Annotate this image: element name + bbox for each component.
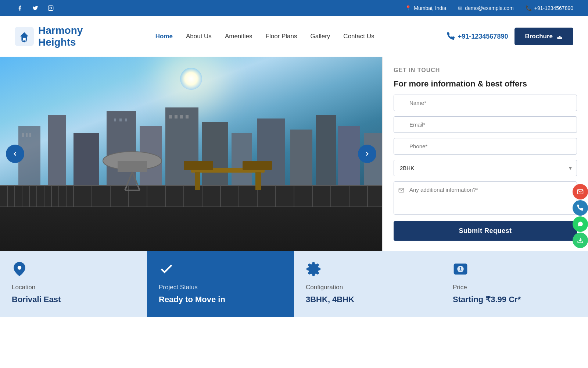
instagram-icon[interactable] [46,3,56,13]
svg-rect-65 [184,161,213,170]
info-card-price: 1 Price Starting ₹3.99 Cr* [441,251,588,317]
bbq-grill [96,150,169,194]
nav-amenities[interactable]: Amenities [225,33,252,40]
name-input-wrap [394,95,577,111]
location-text: Mumbai, India [414,5,446,11]
svg-rect-14 [125,118,127,121]
brochure-label: Brochure [525,33,553,40]
fab-container [573,184,588,248]
info-cards: Location Borivali East Project Status Re… [0,251,588,317]
contact-form-panel: GET IN TOUCH For more information & best… [382,57,588,251]
price-card-icon: 1 [453,261,576,280]
svg-rect-0 [48,6,53,10]
svg-rect-58 [118,161,147,172]
phone-input[interactable] [394,138,577,155]
phone-icon: 📞 [526,5,532,11]
config-select[interactable]: 1BHK 2BHK 3BHK 4BHK [394,160,577,176]
email-input-wrap [394,116,577,133]
phone-input-wrap [394,138,577,155]
phone-info: 📞 +91-1234567890 [526,5,573,11]
header: HarmonyHeights Home About Us Amenities F… [0,16,588,57]
nav-contact[interactable]: Contact Us [343,33,374,40]
svg-line-60 [132,172,140,190]
logo[interactable]: HarmonyHeights [15,25,83,48]
nav-home[interactable]: Home [155,33,173,40]
submit-button[interactable]: Submit Request [394,221,577,241]
hero-image [0,57,382,251]
svg-rect-12 [114,118,116,121]
contact-section-label: GET IN TOUCH [394,67,577,74]
svg-rect-20 [186,115,189,118]
config-card-value: 3BHK, 4BHK [306,295,429,304]
config-select-wrap: 1BHK 2BHK 3BHK 4BHK [394,160,577,176]
svg-rect-19 [180,115,183,118]
nav-about[interactable]: About Us [186,33,212,40]
svg-rect-63 [195,172,200,190]
price-card-value: Starting ₹3.99 Cr* [453,295,576,304]
header-right: +91-1234567890 Brochure [447,28,573,45]
location-pin-icon: 📍 [405,5,411,11]
name-input[interactable] [394,95,577,111]
fab-download-button[interactable] [573,233,588,248]
email-input[interactable] [394,116,577,133]
message-icon [398,187,404,194]
message-textarea[interactable] [394,181,577,215]
fab-whatsapp-button[interactable] [573,216,588,232]
facebook-icon[interactable] [15,3,25,13]
brochure-button[interactable]: Brochure [514,28,573,45]
fab-phone-button[interactable] [573,200,588,216]
info-card-status: Project Status Ready to Move in [147,251,294,317]
hero-prev-button[interactable] [6,145,24,163]
phone-text: +91-1234567890 [534,5,573,11]
header-phone-number: +91-1234567890 [458,33,508,40]
status-card-icon [159,261,282,280]
location-card-value: Borivali East [12,295,135,304]
nav-gallery[interactable]: Gallery [311,33,330,40]
location-card-label: Location [12,284,135,291]
location-info: 📍 Mumbai, India [405,5,446,11]
logo-text: HarmonyHeights [38,25,83,48]
svg-rect-66 [243,161,272,170]
twitter-icon[interactable] [30,3,40,13]
nav-floor-plans[interactable]: Floor Plans [266,33,297,40]
message-textarea-wrap [394,181,577,216]
svg-text:1: 1 [459,266,462,272]
svg-rect-18 [175,115,178,118]
status-card-value: Ready to Move in [159,295,282,304]
status-card-label: Project Status [159,284,282,291]
info-card-config: Configuration 3BHK, 4BHK [294,251,441,317]
svg-point-69 [18,266,22,270]
social-links [15,3,56,13]
contact-heading: For more information & best offers [394,79,577,89]
svg-rect-3 [23,38,26,41]
price-card-label: Price [453,284,576,291]
config-card-icon [306,261,429,280]
top-bar: 📍 Mumbai, India ✉ demo@example.com 📞 +91… [0,0,588,16]
svg-rect-13 [119,118,122,121]
email-icon: ✉ [458,5,462,11]
header-phone: +91-1234567890 [447,32,508,40]
svg-rect-8 [29,133,31,137]
sun [180,68,202,90]
svg-rect-6 [22,133,24,137]
fab-email-button[interactable] [573,184,588,199]
hero-next-button[interactable] [358,145,376,163]
logo-icon [15,27,34,46]
outdoor-table [173,157,283,194]
hero-section: GET IN TOUCH For more information & best… [0,57,588,251]
email-text: demo@example.com [465,5,514,11]
location-card-icon [12,261,135,280]
svg-line-59 [125,172,132,190]
svg-rect-7 [26,133,28,137]
info-card-location: Location Borivali East [0,251,147,317]
email-info: ✉ demo@example.com [458,5,514,11]
svg-rect-17 [169,115,172,118]
hero-background [0,57,382,251]
config-card-label: Configuration [306,284,429,291]
main-nav: Home About Us Amenities Floor Plans Gall… [155,33,374,40]
svg-rect-64 [255,172,261,190]
